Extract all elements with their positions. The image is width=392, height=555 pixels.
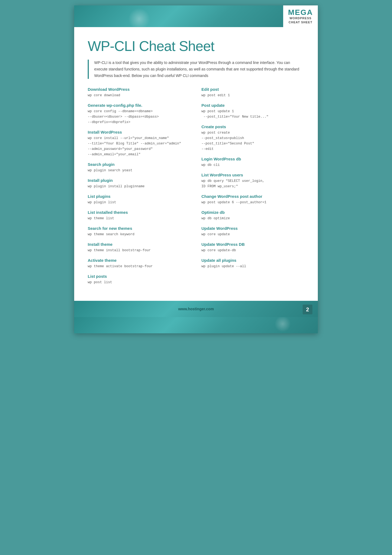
right-command-7: Update WordPresswp core update [201, 226, 304, 237]
command-title: List posts [88, 274, 191, 279]
command-title: Update WordPress [201, 226, 304, 231]
right-command-2: Create postswp post create --post_status… [201, 124, 304, 152]
command-code: wp plugin update --all [201, 264, 304, 269]
command-code: wp core update [201, 232, 304, 237]
left-command-0: Download WordPresswp core download [88, 87, 191, 98]
command-title: Create posts [201, 124, 304, 129]
mega-badge: MEGA WORDPRESS CHEAT SHEET [283, 5, 318, 27]
command-code: wp post list [88, 280, 191, 285]
command-code: wp post update 1 --post_title="Your New … [201, 109, 304, 120]
command-title: Install plugin [88, 178, 191, 183]
left-command-1: Generate wp-config.php file.wp core conf… [88, 103, 191, 125]
left-command-7: Search for new themeswp theme search key… [88, 226, 191, 237]
left-command-2: Install WordPresswp core install --url="… [88, 130, 191, 157]
command-title: Generate wp-config.php file. [88, 103, 191, 108]
commands-grid: Download WordPresswp core downloadGenera… [88, 87, 304, 290]
command-title: Update WordPress DB [201, 242, 304, 247]
page-title: WP-CLI Cheat Sheet [88, 38, 304, 54]
left-command-3: Search pluginwp plugin search yoast [88, 162, 191, 173]
command-title: Install WordPress [88, 130, 191, 134]
page-number: 2 [303, 305, 312, 314]
command-code: wp plugin list [88, 200, 191, 205]
right-command-6: Optimize dbwp db optimize [201, 210, 304, 221]
right-command-4: List WordPress userswp db query "SELECT … [201, 173, 304, 189]
right-command-3: Login WordPress dbwp db cli [201, 157, 304, 168]
content-area: WP-CLI Cheat Sheet WP-CLI is a tool that… [74, 27, 318, 301]
command-code: wp plugin install pluginname [88, 184, 191, 189]
command-title: Edit post [201, 87, 304, 92]
command-code: wp db optimize [201, 216, 304, 221]
left-command-5: List pluginswp plugin list [88, 194, 191, 205]
command-code: wp theme search keyword [88, 232, 191, 237]
command-title: List plugins [88, 194, 191, 199]
footer-url: www.hostinger.com [178, 307, 214, 311]
right-command-1: Post updatewp post update 1 --post_title… [201, 103, 304, 120]
intro-block: WP-CLI is a tool that gives you the abil… [88, 60, 304, 79]
left-command-6: List installed themeswp theme list [88, 210, 191, 221]
command-title: Install theme [88, 242, 191, 247]
left-column: Download WordPresswp core downloadGenera… [88, 87, 191, 290]
command-title: Login WordPress db [201, 157, 304, 161]
right-command-9: Update all pluginswp plugin update --all [201, 258, 304, 269]
command-code: wp core update-db [201, 248, 304, 253]
command-code: wp post create --post_status=publish --p… [201, 130, 304, 152]
command-code: wp plugin search yoast [88, 168, 191, 173]
command-title: List WordPress users [201, 173, 304, 177]
left-command-4: Install pluginwp plugin install pluginna… [88, 178, 191, 189]
command-code: wp db cli [201, 162, 304, 168]
command-title: Search for new themes [88, 226, 191, 231]
header-bar: MEGA WORDPRESS CHEAT SHEET [74, 5, 318, 27]
command-code: wp post edit 1 [201, 93, 304, 98]
command-code: wp theme install bootstrap-four [88, 248, 191, 253]
command-code: wp theme list [88, 216, 191, 221]
right-command-0: Edit postwp post edit 1 [201, 87, 304, 98]
left-command-10: List postswp post list [88, 274, 191, 285]
badge-line1: WORDPRESS [288, 16, 313, 20]
page-wrapper: MEGA WORDPRESS CHEAT SHEET WP-CLI Cheat … [74, 5, 318, 333]
command-code: wp post update 6 --post_author=1 [201, 200, 304, 205]
command-title: Optimize db [201, 210, 304, 215]
command-code: wp theme activate bootstrap-four [88, 264, 191, 269]
left-command-9: Activate themewp theme activate bootstra… [88, 258, 191, 269]
bottom-bar [74, 317, 318, 333]
mega-title: MEGA [288, 9, 313, 16]
command-title: List installed themes [88, 210, 191, 215]
command-title: Update all plugins [201, 258, 304, 263]
left-command-8: Install themewp theme install bootstrap-… [88, 242, 191, 253]
intro-text: WP-CLI is a tool that gives you the abil… [94, 60, 304, 79]
command-code: wp core install --url="your_domain_name"… [88, 135, 191, 157]
footer-bar: www.hostinger.com 2 [74, 301, 318, 317]
command-code: wp db query "SELECT user_login, ID FROM … [201, 178, 304, 189]
right-command-5: Change WordPress post authorwp post upda… [201, 194, 304, 205]
command-title: Search plugin [88, 162, 191, 167]
command-title: Download WordPress [88, 87, 191, 92]
badge-line2: CHEAT SHEET [288, 20, 313, 24]
right-column: Edit postwp post edit 1Post updatewp pos… [201, 87, 304, 290]
command-code: wp core download [88, 93, 191, 98]
command-title: Post update [201, 103, 304, 108]
command-title: Activate theme [88, 258, 191, 263]
command-title: Change WordPress post author [201, 194, 304, 199]
command-code: wp core config --dbname=<dbname> --dbuse… [88, 109, 191, 125]
right-command-8: Update WordPress DBwp core update-db [201, 242, 304, 253]
